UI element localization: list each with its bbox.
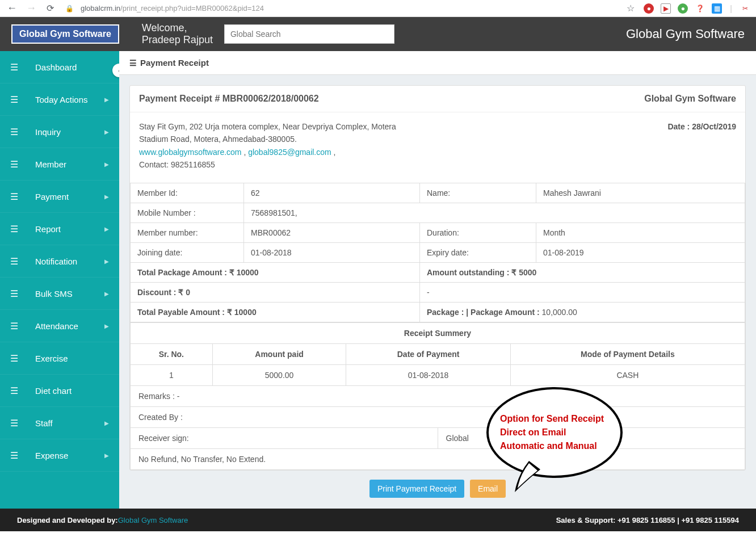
list-icon: ☰ [10,288,24,299]
app-footer: Designed and Developed by: Global Gym So… [0,509,756,531]
sidebar-item-payment[interactable]: ☰Payment▶ [0,180,119,213]
website-link[interactable]: www.globalgymsoftware.com [139,148,242,157]
sidebar-item-attendance[interactable]: ☰Attendance▶ [0,310,119,342]
sidebar-item-label: Member [35,159,104,169]
annotation-callout: Option for Send Receipt Direct on Email … [486,387,623,478]
footer-support: Sales & Support: +91 9825 116855 | +91 9… [556,516,739,524]
list-icon: ☰ [10,127,24,137]
sidebar-item-label: Staff [35,418,104,428]
chevron-right-icon: ▶ [104,258,109,264]
extension-icon[interactable]: ▶ [661,3,671,14]
table-row: 1 5000.00 01-08-2018 CASH [131,364,745,385]
chevron-right-icon: ▶ [104,323,109,329]
lock-icon: 🔒 [65,5,74,12]
sidebar-item-member[interactable]: ☰Member▶ [0,148,119,180]
brand-text: Global Gym Software [626,27,745,41]
sidebar-item-label: Dashboard [35,62,109,72]
extension-icon[interactable]: ● [678,3,688,14]
bookmark-star-icon[interactable]: ☆ [623,3,638,14]
reload-icon[interactable]: ⟳ [43,3,57,14]
brand-heading: Global Gym Software [644,94,736,104]
receiver-sign: Receiver sign: [130,428,438,449]
chevron-right-icon: ▶ [104,194,109,200]
list-icon: ☰ [10,224,24,234]
remarks-row: Remarks : - [130,386,745,407]
receipt-summary-table: Receipt Summery Sr. No. Amount paid Date… [130,322,745,386]
page-title: Payment Receipt [140,58,209,68]
list-icon: ☰ [10,62,24,73]
receipt-date: Date : 28/Oct/2019 [667,120,736,171]
created-by-row: Created By : [130,407,745,428]
list-icon: ☰ [10,191,24,202]
list-icon: ☰ [10,353,24,364]
sidebar-item-label: Today Actions [35,95,104,104]
sidebar-item-today-actions[interactable]: ☰Today Actions▶ [0,83,119,116]
hamburger-icon[interactable]: ☰ [129,58,137,68]
sidebar-item-staff[interactable]: ☰Staff▶ [0,407,119,439]
sidebar: ‹ ☰Dashboard☰Today Actions▶☰Inquiry▶☰Mem… [0,51,119,509]
sidebar-item-notification[interactable]: ☰Notification▶ [0,245,119,278]
app-header: Global Gym Software Welcome, Pradeep Raj… [0,17,756,51]
sidebar-item-label: Expense [35,451,104,460]
global-search-input[interactable] [224,24,394,44]
forward-icon[interactable]: → [24,2,39,14]
sidebar-item-label: Payment [35,192,104,201]
list-icon: ☰ [10,94,24,105]
url-bar[interactable]: globalcrm.in/print_receipt.php?uid=MBR00… [78,4,619,12]
chevron-right-icon: ▶ [104,291,109,297]
sidebar-item-report[interactable]: ☰Report▶ [0,213,119,245]
page-title-bar: ☰ Payment Receipt [119,51,756,75]
speech-tail-icon [512,461,546,495]
receipt-panel: Payment Receipt # MBR00062/2018/00062 Gl… [129,85,746,471]
sidebar-item-diet-chart[interactable]: ☰Diet chart [0,375,119,407]
footer-link[interactable]: Global Gym Software [118,516,188,524]
list-icon: ☰ [10,159,24,170]
main-content: ☰ Payment Receipt Payment Receipt # MBR0… [119,51,756,509]
email-button[interactable]: Email [470,480,506,498]
list-icon: ☰ [10,418,24,429]
sidebar-item-bulk-sms[interactable]: ☰Bulk SMS▶ [0,278,119,310]
sidebar-item-dashboard[interactable]: ☰Dashboard [0,51,119,83]
chevron-right-icon: ▶ [104,226,109,232]
sidebar-item-label: Report [35,224,104,234]
list-icon: ☰ [10,385,24,396]
extension-icon[interactable]: ✂ [740,3,750,14]
list-icon: ☰ [10,256,24,267]
sidebar-item-label: Exercise [35,354,109,363]
url-host: globalcrm.in [81,4,120,12]
print-receipt-button[interactable]: Print Payment Receipt [369,480,464,498]
sidebar-item-label: Inquiry [35,127,104,137]
sidebar-item-label: Notification [35,257,104,266]
welcome-text: Welcome, Pradeep Rajput [142,22,213,46]
chevron-right-icon: ▶ [104,420,109,426]
chevron-right-icon: ▶ [104,96,109,103]
chevron-right-icon: ▶ [104,452,109,459]
chevron-right-icon: ▶ [104,161,109,167]
extension-icon[interactable]: ▦ [712,3,722,14]
chevron-right-icon: ▶ [104,129,109,135]
refund-note: No Refund, No Transfer, No Extend. [130,449,745,470]
back-icon[interactable]: ← [5,2,19,14]
app-logo[interactable]: Global Gym Software [11,24,119,44]
extension-icon[interactable]: ● [644,3,654,14]
sidebar-item-inquiry[interactable]: ☰Inquiry▶ [0,116,119,148]
sidebar-item-label: Bulk SMS [35,289,104,299]
details-table: Member Id: 62 Name: Mahesh Jawrani Mobil… [130,183,745,322]
email-link[interactable]: global9825@gmail.com [248,148,331,157]
browser-toolbar: ← → ⟳ 🔒 globalcrm.in/print_receipt.php?u… [0,0,756,17]
list-icon: ☰ [10,321,24,331]
sidebar-item-expense[interactable]: ☰Expense▶ [0,439,119,472]
gym-info: Stay Fit Gym, 202 Urja motera complex, N… [139,120,423,171]
url-path: /print_receipt.php?uid=MBR00062&pid=124 [120,4,264,12]
sidebar-item-exercise[interactable]: ☰Exercise [0,342,119,375]
extension-icon[interactable]: ❓ [695,3,705,14]
receipt-heading: Payment Receipt # MBR00062/2018/00062 [139,94,319,104]
sidebar-item-label: Attendance [35,321,104,331]
list-icon: ☰ [10,450,24,461]
sidebar-item-label: Diet chart [35,386,109,396]
